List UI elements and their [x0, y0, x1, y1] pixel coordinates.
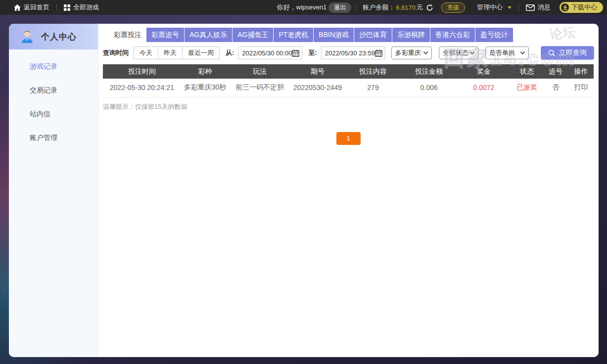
- tab-ag-live[interactable]: AG真人娱乐: [185, 28, 233, 42]
- tab-saba-sports[interactable]: 沙巴体育: [354, 28, 392, 42]
- cell-issue: 20220530-2449: [290, 79, 345, 97]
- calendar-icon: [375, 49, 382, 57]
- chevron-down-icon: [470, 51, 474, 54]
- yesterday-button[interactable]: 昨天: [158, 46, 183, 59]
- download-center-label: 下载中心: [571, 3, 597, 12]
- col-lottery: 彩种: [181, 64, 229, 79]
- tab-bbin-games[interactable]: BBIN游戏: [314, 28, 354, 42]
- cell-bet-time: 2022-05-30 20:24:21: [103, 79, 181, 97]
- admin-center-label: 管理中心: [477, 3, 503, 12]
- balance-value: 6.8170: [396, 4, 416, 11]
- bet-records-table: 投注时间 彩种 玩法 期号 投注内容 投注金额 奖金 状态 追号 操作 2022…: [103, 64, 594, 97]
- cell-lottery: 多彩重庆30秒: [181, 79, 229, 97]
- lottery-type-select[interactable]: 多彩重庆30秒: [391, 46, 432, 59]
- messages-label: 消息: [538, 3, 551, 12]
- tab-lottery-chase[interactable]: 彩票追号: [146, 28, 185, 42]
- envelope-icon: [526, 4, 535, 11]
- recharge-button[interactable]: 充值: [441, 2, 465, 13]
- col-chase: 追号: [543, 64, 568, 79]
- page-button-1[interactable]: 1: [336, 132, 361, 145]
- search-button-label: 立即查询: [559, 48, 587, 57]
- to-date-input[interactable]: [325, 49, 375, 57]
- cell-bet-content: 279: [345, 79, 401, 97]
- sidebar-item-transaction-records[interactable]: 交易记录: [9, 86, 98, 110]
- from-date-field[interactable]: [238, 46, 302, 59]
- last-week-button[interactable]: 最近一周: [182, 46, 220, 59]
- sidebar-item-game-records[interactable]: 游戏记录: [9, 62, 98, 86]
- from-label: 从:: [226, 48, 234, 57]
- calendar-icon: [292, 49, 299, 57]
- col-bet-time: 投注时间: [103, 64, 181, 79]
- col-action: 操作: [568, 64, 594, 79]
- table-header-row: 投注时间 彩种 玩法 期号 投注内容 投注金额 奖金 状态 追号 操作: [103, 64, 594, 79]
- all-games-label: 全部游戏: [73, 3, 99, 12]
- col-play: 玩法: [229, 64, 290, 79]
- filter-bar: 查询时间 今天 昨天 最近一周 从: 至: 多彩重庆30秒: [103, 46, 599, 60]
- today-button[interactable]: 今天: [134, 46, 158, 59]
- print-link[interactable]: 打印: [568, 79, 594, 97]
- single-pick-select[interactable]: 是否单挑: [485, 46, 529, 59]
- col-bet-amount: 投注金额: [401, 64, 457, 79]
- tab-profit-stats[interactable]: 盈亏统计: [475, 28, 514, 42]
- home-link-label: 返回首页: [24, 3, 49, 12]
- refresh-balance-icon[interactable]: [423, 4, 436, 11]
- messages-link[interactable]: 消息: [519, 0, 558, 15]
- grid-icon: [64, 4, 70, 11]
- table-row: 2022-05-30 20:24:21 多彩重庆30秒 前三一码不定胆 2022…: [103, 79, 594, 97]
- all-games-link[interactable]: 全部游戏: [57, 0, 106, 15]
- sidebar-item-site-messages[interactable]: 站内信: [9, 110, 98, 134]
- home-link[interactable]: 返回首页: [0, 0, 56, 15]
- greeting-text: 你好，wipseven1: [277, 3, 327, 12]
- main-panel: 个人中心 游戏记录 交易记录 站内信 账户管理 彩票投注 彩票追号 AG真人娱乐…: [9, 24, 599, 357]
- col-bet-content: 投注内容: [345, 64, 401, 79]
- balance-unit: 元: [417, 3, 423, 12]
- col-prize: 奖金: [457, 64, 511, 79]
- download-center-button[interactable]: 下载中心: [560, 2, 603, 13]
- lottery-type-value: 多彩重庆30秒: [395, 48, 421, 57]
- from-date-input[interactable]: [242, 49, 292, 57]
- content-area: 彩票投注 彩票追号 AG真人娱乐 AG捕鱼王 PT老虎机 BBIN游戏 沙巴体育…: [98, 24, 599, 357]
- tab-ag-fishing[interactable]: AG捕鱼王: [233, 28, 274, 42]
- avatar: [20, 29, 35, 44]
- search-icon: [548, 49, 556, 57]
- sidebar-item-account-management[interactable]: 账户管理: [9, 134, 98, 157]
- admin-center-menu[interactable]: 管理中心: [470, 0, 518, 15]
- cell-bet-amount: 0.006: [401, 79, 457, 97]
- quick-range-group: 今天 昨天 最近一周: [134, 46, 220, 59]
- query-time-label: 查询时间: [103, 48, 129, 57]
- chevron-down-icon: [423, 51, 428, 54]
- tab-hk-mark-six[interactable]: 香港六合彩: [430, 28, 475, 42]
- download-icon: [561, 3, 569, 11]
- single-pick-value: 是否单挑: [489, 48, 515, 57]
- chevron-down-icon: [508, 6, 512, 9]
- col-issue: 期号: [290, 64, 345, 79]
- to-date-field[interactable]: [321, 46, 385, 59]
- cell-prize: 0.0072: [457, 79, 511, 97]
- tab-lottery-bets[interactable]: 彩票投注: [109, 28, 146, 42]
- search-button[interactable]: 立即查询: [541, 46, 594, 60]
- sidebar: 个人中心 游戏记录 交易记录 站内信 账户管理: [9, 24, 98, 357]
- balance-label: 账户余额：: [363, 3, 395, 12]
- tab-leyou-cards[interactable]: 乐游棋牌: [392, 28, 430, 42]
- chevron-down-icon: [520, 51, 525, 54]
- status-select[interactable]: 全部状态: [439, 46, 478, 59]
- tab-bar: 彩票投注 彩票追号 AG真人娱乐 AG捕鱼王 PT老虎机 BBIN游戏 沙巴体育…: [109, 28, 599, 42]
- home-icon: [14, 4, 21, 11]
- cell-chase: 否: [543, 79, 568, 97]
- sidebar-header: 个人中心: [9, 24, 98, 49]
- status-select-value: 全部状态: [443, 48, 468, 57]
- cell-status: 已派奖: [511, 79, 543, 97]
- pagination: 1: [103, 132, 594, 145]
- sidebar-menu: 游戏记录 交易记录 站内信 账户管理: [9, 49, 98, 157]
- tab-pt-slots[interactable]: PT老虎机: [274, 28, 314, 42]
- logout-button[interactable]: 退出: [328, 2, 351, 13]
- sidebar-title: 个人中心: [41, 31, 77, 43]
- divider: [356, 3, 357, 11]
- retention-tip: 温馨提示：仅保留15天的数据: [103, 102, 599, 111]
- col-status: 状态: [511, 64, 543, 79]
- to-label: 至:: [308, 48, 317, 57]
- cell-play: 前三一码不定胆: [229, 79, 290, 97]
- top-bar: 返回首页 全部游戏 你好，wipseven1 退出 账户余额： 6.8170 元…: [0, 0, 607, 15]
